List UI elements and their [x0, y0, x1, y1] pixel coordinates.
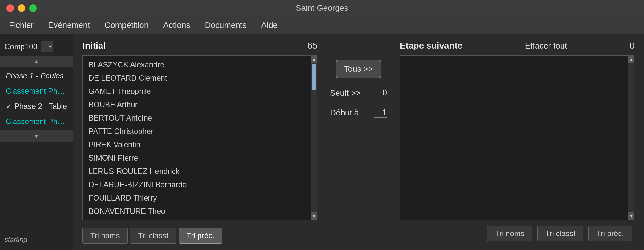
middle-controls: Tous >> Seult >> 0 Début à 1: [327, 41, 390, 220]
left-panel: Initial 65 BLASZYCK Alexandre DE LEOTARD…: [82, 41, 317, 220]
close-button[interactable]: [6, 4, 14, 12]
left-list[interactable]: BLASZYCK Alexandre DE LEOTARD Clement GA…: [83, 56, 311, 220]
menu-competition[interactable]: Compétition: [99, 18, 154, 33]
left-panel-count: 65: [307, 41, 317, 51]
nav-items: Phase 1 - Poules Classement Phase Phase …: [0, 67, 73, 130]
maximize-button[interactable]: [29, 4, 37, 12]
bottom-sort-row: Tri noms Tri classt Tri préc. Tri noms T…: [82, 223, 634, 244]
list-item[interactable]: FOUILLARD Thierry: [83, 191, 311, 205]
right-sort-buttons: Tri noms Tri classt Tri préc.: [400, 226, 634, 241]
sidebar: Comp100 ▼ ▲ Phase 1 - Poules Classement …: [0, 34, 73, 250]
menu-documents[interactable]: Documents: [199, 18, 253, 33]
title-bar: Saint Georges: [0, 0, 644, 16]
menu-evenement[interactable]: Événement: [43, 18, 96, 33]
main-layout: Comp100 ▼ ▲ Phase 1 - Poules Classement …: [0, 34, 644, 250]
list-item[interactable]: DE LEOTARD Clement: [83, 71, 311, 85]
tous-button[interactable]: Tous >>: [336, 60, 382, 78]
right-sort-classt[interactable]: Tri classt: [537, 226, 583, 241]
minimize-button[interactable]: [18, 4, 25, 12]
list-item[interactable]: LERUS-ROULEZ Hendrick: [83, 165, 311, 178]
left-list-container: BLASZYCK Alexandre DE LEOTARD Clement GA…: [82, 55, 317, 220]
debut-value: 1: [374, 108, 387, 118]
menu-actions[interactable]: Actions: [157, 18, 196, 33]
list-item[interactable]: BLASZYCK Alexandre: [83, 58, 311, 71]
window-controls: [6, 4, 37, 12]
right-panel: Etape suivante Effacer tout 0 ▲ ▼: [400, 41, 634, 220]
sidebar-item-phase2[interactable]: Phase 2 - Table: [0, 99, 73, 114]
debut-label: Début à: [330, 108, 359, 118]
right-scroll-up-arrow[interactable]: ▲: [628, 56, 634, 63]
comp-label: Comp100: [4, 42, 37, 51]
sidebar-item-classement2[interactable]: Classement Phase: [0, 114, 73, 129]
comp-dropdown[interactable]: ▼: [41, 41, 53, 52]
etape-suivante-button[interactable]: Etape suivante: [400, 41, 463, 51]
scroll-down-arrow[interactable]: ▼: [311, 212, 317, 220]
right-scrollbar[interactable]: ▲ ▼: [628, 56, 634, 220]
right-sort-prec[interactable]: Tri préc.: [588, 226, 632, 241]
sidebar-item-phase1[interactable]: Phase 1 - Poules: [0, 68, 73, 83]
seult-label: Seult >>: [330, 88, 361, 98]
sidebar-item-classement1[interactable]: Classement Phase: [0, 83, 73, 99]
left-panel-title: Initial: [82, 41, 106, 51]
panels-row: Initial 65 BLASZYCK Alexandre DE LEOTARD…: [82, 41, 634, 220]
content-area: Initial 65 BLASZYCK Alexandre DE LEOTARD…: [73, 34, 644, 250]
list-item[interactable]: BONAVENTURE Theo: [83, 205, 311, 218]
effacer-tout-button[interactable]: Effacer tout: [525, 41, 567, 51]
right-list[interactable]: [400, 56, 628, 220]
right-sort-noms[interactable]: Tri noms: [487, 226, 532, 241]
right-panel-header: Etape suivante Effacer tout 0: [400, 41, 634, 51]
seult-row: Seult >> 0: [327, 88, 390, 98]
seult-value: 0: [374, 88, 387, 98]
list-item[interactable]: SIMONI Pierre: [83, 151, 311, 165]
window-title: Saint Georges: [296, 3, 348, 13]
menu-fichier[interactable]: Fichier: [3, 18, 39, 33]
right-panel-count: 0: [629, 41, 634, 51]
scroll-thumb[interactable]: [312, 64, 316, 90]
scroll-up-arrow[interactable]: ▲: [311, 56, 317, 63]
left-panel-header: Initial 65: [82, 41, 317, 51]
sidebar-scroll-up[interactable]: ▲: [0, 56, 73, 67]
list-item[interactable]: MALLO Robin: [83, 218, 311, 220]
list-item[interactable]: PATTE Christopher: [83, 125, 311, 138]
right-scroll-down-arrow[interactable]: ▼: [628, 212, 634, 220]
left-sort-classt[interactable]: Tri classt: [130, 228, 176, 244]
list-item[interactable]: BOUBE Arthur: [83, 98, 311, 111]
left-sort-noms[interactable]: Tri noms: [82, 228, 128, 244]
sidebar-scroll-down[interactable]: ▼: [0, 130, 73, 142]
list-item[interactable]: PIREK Valentin: [83, 138, 311, 151]
list-item[interactable]: BERTOUT Antoine: [83, 111, 311, 125]
right-list-container: ▲ ▼: [400, 55, 634, 220]
left-scrollbar[interactable]: ▲ ▼: [311, 56, 317, 220]
menu-aide[interactable]: Aide: [255, 18, 283, 33]
menu-bar: Fichier Événement Compétition Actions Do…: [0, 16, 644, 34]
left-sort-prec[interactable]: Tri préc.: [179, 228, 222, 244]
list-item[interactable]: DELARUE-BIZZINI Bernardo: [83, 178, 311, 191]
list-item[interactable]: GAMET Theophile: [83, 85, 311, 98]
left-sort-buttons: Tri noms Tri classt Tri préc.: [82, 223, 317, 244]
debut-row: Début à 1: [327, 108, 390, 118]
left-sort-row: Tri noms Tri classt Tri préc.: [82, 228, 317, 244]
sidebar-status: starting: [0, 232, 73, 247]
comp-select-row: Comp100 ▼: [0, 37, 73, 56]
